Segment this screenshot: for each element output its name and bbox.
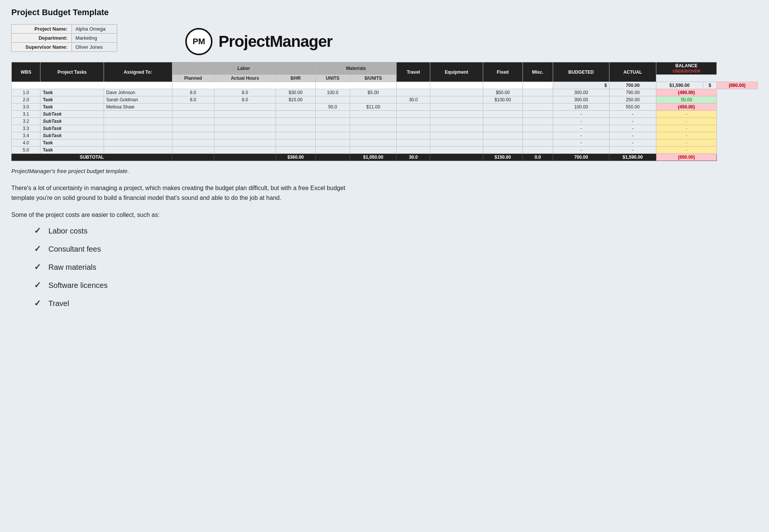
- supervisor-value: Oliver Jones: [71, 43, 117, 52]
- col-rate: $/HR: [276, 75, 315, 82]
- list-item: ✓ Consultant fees: [34, 244, 758, 254]
- supervisor-label: Supervisor Name:: [12, 43, 72, 52]
- project-info-table: Project Name: Alpha Omega Department: Ma…: [11, 24, 117, 52]
- checklist: ✓ Labor costs ✓ Consultant fees ✓ Raw ma…: [34, 226, 758, 308]
- subtotal-label: SUBTOTAL: [12, 154, 172, 161]
- department-value: Marketing: [71, 34, 117, 43]
- body-paragraph: There's a lot of uncertainty in managing…: [11, 183, 359, 203]
- list-item: ✓ Labor costs: [34, 226, 758, 236]
- col-planned: Planned: [172, 75, 214, 82]
- col-actual-hours: Actual Hours: [214, 75, 276, 82]
- checkmark-icon: ✓: [34, 298, 41, 308]
- col-budgeted: BUDGETED: [553, 62, 609, 82]
- col-wbs: WBS: [12, 62, 40, 82]
- total-balance-header: (890.00): [717, 82, 758, 89]
- col-fixed: Fixed: [483, 62, 522, 82]
- department-label: Department:: [12, 34, 72, 43]
- budget-table: WBS Project Tasks Assigned To: Labor Mat…: [11, 62, 758, 161]
- list-item: ✓ Travel: [34, 298, 758, 308]
- col-balance: BALANCEUNDER/OVER: [656, 62, 717, 75]
- under-over-label: UNDER/OVER: [673, 69, 700, 73]
- project-name-value: Alpha Omega: [71, 25, 117, 34]
- table-row: 3.1 SubTask - - -: [12, 111, 758, 118]
- subtotal-row: SUBTOTAL $360.00 $1,050.00 30.0 $150.00 …: [12, 154, 758, 161]
- subtotal-rate: $360.00: [276, 154, 315, 161]
- col-project-tasks: Project Tasks: [40, 62, 104, 82]
- subtotal-per-unit: $1,050.00: [350, 154, 397, 161]
- logo-area: PM ProjectManager: [185, 28, 332, 55]
- list-item-label: Raw materials: [48, 263, 96, 272]
- table-row: 4.0 Task - - -: [12, 139, 758, 147]
- col-group-labor: Labor: [172, 62, 315, 75]
- subtotal-travel: 30.0: [397, 154, 430, 161]
- col-equipment: Equipment: [430, 62, 483, 82]
- project-name-label: Project Name:: [12, 25, 72, 34]
- table-row: 3.2 SubTask - - -: [12, 118, 758, 125]
- top-section: Project Name: Alpha Omega Department: Ma…: [11, 24, 758, 55]
- subtotal-misc: 0.0: [522, 154, 553, 161]
- table-row: 5.0 Task - - -: [12, 147, 758, 154]
- checkmark-icon: ✓: [34, 280, 41, 290]
- list-item-label: Travel: [48, 299, 69, 308]
- subtotal-budgeted: 700.00: [553, 154, 609, 161]
- list-item: ✓ Raw materials: [34, 262, 758, 272]
- totals-header-row: $ 700.00 $1,590.00 $ (890.00): [12, 82, 758, 89]
- checkmark-icon: ✓: [34, 226, 41, 236]
- table-row: 3.3 SubTask - - -: [12, 125, 758, 132]
- subtotal-actual: $1,590.00: [609, 154, 656, 161]
- subtotal-balance: (890.00): [656, 154, 717, 161]
- page-title: Project Budget Template: [11, 8, 758, 17]
- list-item: ✓ Software licences: [34, 280, 758, 290]
- checkmark-icon: ✓: [34, 244, 41, 254]
- list-item-label: Labor costs: [48, 227, 87, 235]
- col-actual: ACTUAL: [609, 62, 656, 82]
- list-item-label: Software licences: [48, 281, 108, 290]
- subtotal-fixed: $150.00: [483, 154, 522, 161]
- col-units: UNITS: [315, 75, 350, 82]
- caption-italic: ProjectManager's free project budget tem…: [11, 168, 758, 174]
- table-row: 3.4 SubTask - - -: [12, 132, 758, 139]
- logo-name: ProjectManager: [219, 32, 332, 51]
- col-travel: Travel: [397, 62, 430, 82]
- logo-icon: PM: [185, 28, 212, 55]
- budget-table-wrap: WBS Project Tasks Assigned To: Labor Mat…: [11, 62, 758, 161]
- checkmark-icon: ✓: [34, 262, 41, 272]
- col-group-materials: Materials: [315, 62, 397, 75]
- body-section: ProjectManager's free project budget tem…: [11, 168, 758, 308]
- list-item-label: Consultant fees: [48, 245, 101, 254]
- checklist-intro: Some of the project costs are easier to …: [11, 212, 758, 218]
- table-row: 3.0 Task Melissa Shaw 50.0 $11.00 100.00…: [12, 104, 758, 111]
- col-assigned-to: Assigned To:: [104, 62, 172, 82]
- col-misc: Misc.: [522, 62, 553, 82]
- table-row: 2.0 Task Sarah Goldman 8.0 8.0 $15.00 30…: [12, 96, 758, 104]
- total-budgeted-header: 700.00: [609, 82, 656, 89]
- total-actual-header: $1,590.00: [656, 82, 703, 89]
- col-per-unit: $/UNITS: [350, 75, 397, 82]
- table-row: 1.0 Task Dave Johnson 8.0 8.0 $30.00 100…: [12, 89, 758, 96]
